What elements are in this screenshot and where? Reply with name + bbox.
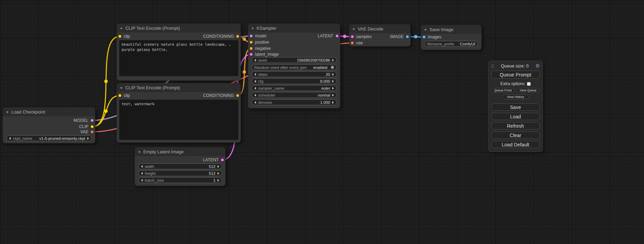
view-history-button[interactable]: View History	[502, 94, 529, 99]
widget-sampler-name[interactable]: sampler_name euler	[252, 85, 337, 91]
node-save-image[interactable]: ● Save Image images filename_prefix Comf…	[421, 25, 482, 50]
decrease-arrow-icon[interactable]	[141, 179, 143, 182]
widget-filename-prefix[interactable]: filename_prefix ComfyUI	[424, 41, 478, 47]
widget-cfg[interactable]: cfg 8.000	[252, 78, 337, 84]
increase-arrow-icon[interactable]	[218, 172, 219, 175]
node-empty-latent-image[interactable]: ● Empty Latent Image LATENT width 512 he…	[135, 147, 226, 186]
collapse-icon[interactable]: ●	[424, 28, 427, 31]
decrease-arrow-icon[interactable]	[141, 172, 143, 175]
view-queue-button[interactable]: View Queue	[517, 88, 540, 93]
prompt-textarea[interactable]: beautiful scenery nature glass bottle la…	[119, 40, 238, 76]
slot-dot-clip[interactable]	[118, 35, 121, 38]
decrease-arrow-icon[interactable]	[9, 137, 11, 140]
output-slot-conditioning[interactable]: CONDITIONING	[203, 92, 239, 99]
input-slot-images[interactable]: images	[423, 34, 441, 40]
widget-steps[interactable]: steps 20	[252, 71, 337, 77]
increase-arrow-icon[interactable]	[218, 179, 219, 182]
settings-gear-icon[interactable]: ⚙	[535, 63, 540, 69]
collapse-icon[interactable]: ●	[138, 150, 141, 154]
prompt-textarea[interactable]: text, watermark	[119, 100, 238, 140]
widget-height[interactable]: height 512	[138, 170, 222, 176]
slot-dot-vae[interactable]	[91, 130, 94, 133]
slot-dot-images[interactable]	[423, 36, 425, 38]
decrease-arrow-icon[interactable]	[254, 80, 256, 83]
slot-dot-image[interactable]	[406, 35, 409, 38]
extra-options-checkbox[interactable]	[527, 82, 531, 86]
output-slot-latent[interactable]: LATENT	[318, 33, 338, 39]
load-button[interactable]: Load	[491, 113, 540, 120]
increase-arrow-icon[interactable]	[87, 137, 89, 140]
comfyui-canvas[interactable]: { "colors": { "model": "#B39DDB", "clip"…	[0, 0, 644, 244]
node-titlebar[interactable]: ● VAE Decode	[349, 24, 411, 33]
slot-dot-latent[interactable]	[336, 35, 338, 37]
collapse-icon[interactable]: ●	[120, 86, 123, 90]
node-titlebar[interactable]: ● Save Image	[421, 25, 482, 34]
widget-seed[interactable]: seed 156680208700286	[252, 57, 337, 63]
node-load-checkpoint[interactable]: ● Load Checkpoint MODEL CLIP VAE ckpt_na…	[3, 107, 95, 143]
widget-scheduler[interactable]: scheduler normal	[252, 92, 337, 98]
input-slot-samples[interactable]: samples	[351, 34, 372, 40]
node-titlebar[interactable]: ● CLIP Text Encode (Prompt)	[117, 24, 241, 33]
widget-width[interactable]: width 512	[138, 163, 222, 169]
toggle-on-icon[interactable]	[331, 66, 334, 69]
drag-handle-icon[interactable]: ⣿	[491, 64, 494, 68]
input-slot-negative[interactable]: negative	[250, 45, 271, 52]
node-ksampler[interactable]: ● KSampler model LATENT positive negativ…	[248, 24, 340, 108]
output-slot-image[interactable]: IMAGE	[390, 34, 409, 40]
collapse-icon[interactable]: ●	[120, 26, 123, 30]
slot-dot-clip[interactable]	[118, 94, 121, 97]
input-slot-clip[interactable]: clip	[118, 92, 130, 99]
input-slot-positive[interactable]: positive	[250, 39, 269, 45]
widget-ckpt-name[interactable]: ckpt_name v1-5-pruned-emaonly.ckpt	[6, 135, 92, 141]
clear-button[interactable]: Clear	[491, 132, 540, 139]
output-slot-vae[interactable]: VAE	[80, 129, 94, 135]
collapse-icon[interactable]: ●	[252, 26, 254, 30]
input-slot-vae[interactable]: vae	[351, 40, 363, 46]
output-slot-conditioning[interactable]: CONDITIONING	[203, 33, 239, 39]
increase-arrow-icon[interactable]	[332, 59, 334, 62]
slot-dot-latent-image[interactable]	[250, 53, 253, 56]
node-titlebar[interactable]: ● CLIP Text Encode (Prompt)	[117, 83, 241, 92]
increase-arrow-icon[interactable]	[332, 73, 334, 76]
slot-dot-model[interactable]	[250, 35, 253, 37]
slot-dot-negative[interactable]	[250, 47, 253, 50]
node-clip-text-encode-negative[interactable]: ● CLIP Text Encode (Prompt) clip CONDITI…	[117, 83, 241, 143]
increase-arrow-icon[interactable]	[332, 94, 334, 97]
input-slot-model[interactable]: model	[250, 33, 266, 39]
node-vae-decode[interactable]: ● VAE Decode samples IMAGE vae	[349, 24, 411, 46]
slot-dot-conditioning[interactable]	[236, 35, 239, 38]
node-titlebar[interactable]: ● Empty Latent Image	[135, 147, 226, 156]
slot-dot-model[interactable]	[91, 119, 94, 122]
queue-front-button[interactable]: Queue Front	[491, 88, 515, 93]
decrease-arrow-icon[interactable]	[254, 73, 256, 76]
decrease-arrow-icon[interactable]	[141, 165, 143, 168]
slot-dot-positive[interactable]	[250, 41, 253, 44]
slot-dot-samples[interactable]	[351, 35, 354, 38]
slot-dot-conditioning[interactable]	[236, 94, 239, 97]
decrease-arrow-icon[interactable]	[254, 87, 256, 90]
output-slot-latent[interactable]: LATENT	[203, 157, 224, 163]
refresh-button[interactable]: Refresh	[491, 122, 540, 129]
slot-dot-latent[interactable]	[221, 159, 224, 161]
increase-arrow-icon[interactable]	[332, 87, 334, 90]
input-slot-latent-image[interactable]: latent_image	[250, 51, 279, 57]
output-slot-model[interactable]: MODEL	[73, 117, 94, 124]
node-clip-text-encode-positive[interactable]: ● CLIP Text Encode (Prompt) clip CONDITI…	[117, 24, 241, 81]
widget-batch-size[interactable]: batch_size 1	[138, 177, 222, 183]
queue-prompt-button[interactable]: Queue Prompt	[491, 71, 540, 79]
save-button[interactable]: Save	[491, 103, 540, 111]
collapse-icon[interactable]: ●	[6, 110, 9, 114]
load-default-button[interactable]: Load Default	[491, 141, 540, 148]
decrease-arrow-icon[interactable]	[254, 101, 256, 104]
increase-arrow-icon[interactable]	[332, 80, 334, 83]
widget-denoise[interactable]: denoise 1.000	[252, 99, 337, 105]
input-slot-clip[interactable]: clip	[118, 33, 130, 39]
widget-random-seed-toggle[interactable]: Random seed after every gen enabled	[252, 64, 337, 70]
node-titlebar[interactable]: ● Load Checkpoint	[3, 107, 95, 116]
node-titlebar[interactable]: ● KSampler	[248, 24, 340, 33]
increase-arrow-icon[interactable]	[218, 165, 219, 168]
slot-dot-vae[interactable]	[351, 42, 354, 44]
decrease-arrow-icon[interactable]	[254, 59, 256, 62]
slot-dot-clip[interactable]	[91, 125, 94, 128]
increase-arrow-icon[interactable]	[332, 101, 334, 104]
